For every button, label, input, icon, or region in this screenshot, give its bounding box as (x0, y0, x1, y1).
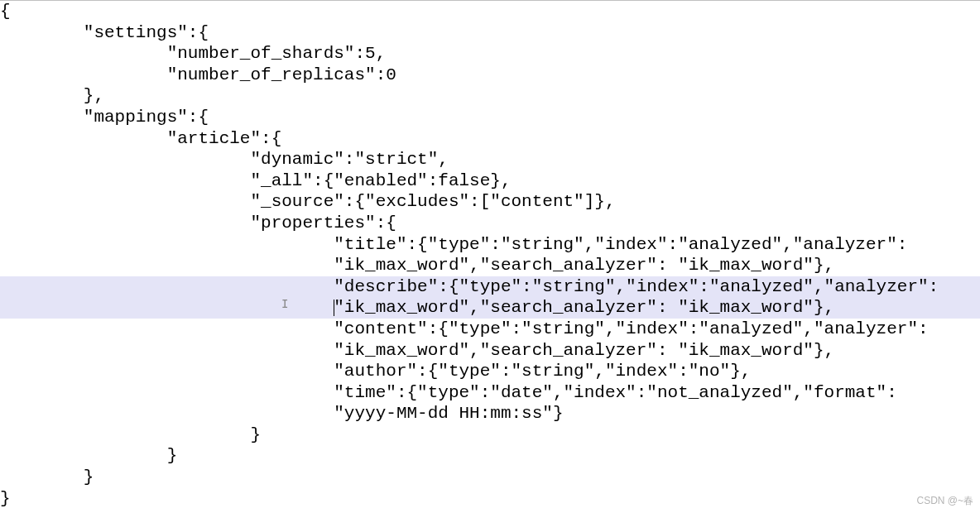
code-line: } (0, 488, 980, 510)
code-line: "ik_max_word","search_analyzer": "ik_max… (0, 255, 980, 276)
code-line: "ik_max_word","search_analyzer": "ik_max… (0, 340, 980, 362)
code-line: "author":{"type":"string","index":"no"}, (0, 361, 980, 382)
code-line: "mappings":{ (0, 107, 980, 128)
code-line: "article":{ (0, 128, 980, 150)
code-line: "describe":{"type":"string","index":"ana… (0, 276, 980, 298)
code-line: } (0, 445, 980, 467)
text-cursor (334, 300, 334, 316)
code-line: "number_of_replicas":0 (0, 65, 980, 86)
watermark: CSDN @~春 (916, 494, 973, 508)
code-line: "time":{"type":"date","index":"not_analy… (0, 382, 980, 404)
code-line: "title":{"type":"string","index":"analyz… (0, 234, 980, 256)
code-line: } (0, 424, 980, 446)
code-line: "content":{"type":"string","index":"anal… (0, 319, 980, 340)
code-line: "ik_max_word","search_analyzer": "ik_max… (0, 297, 980, 319)
code-line: "settings":{ (0, 22, 980, 44)
code-line: { (0, 1, 980, 22)
code-line: "_all":{"enabled":false}, (0, 170, 980, 192)
code-line: "number_of_shards":5, (0, 43, 980, 65)
code-line: "properties":{ (0, 213, 980, 234)
code-line: } (0, 467, 980, 488)
code-block: { "settings":{ "number_of_shards":5, "nu… (0, 1, 980, 509)
bookmark-icon: I (281, 297, 288, 310)
code-line: "_source":{"excludes":["content"]}, (0, 191, 980, 213)
code-line: "dynamic":"strict", (0, 149, 980, 170)
code-line: }, (0, 85, 980, 107)
code-line: "yyyy-MM-dd HH:mm:ss"} (0, 403, 980, 424)
